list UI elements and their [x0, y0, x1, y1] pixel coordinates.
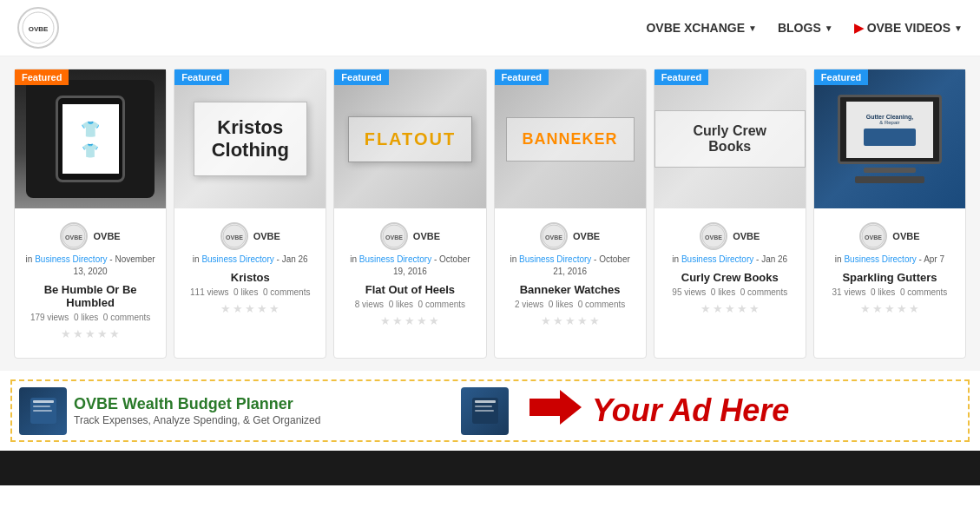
star-5: ★	[909, 302, 919, 315]
card-4-stars: ★ ★ ★ ★ ★	[503, 314, 637, 327]
star-2: ★	[392, 314, 403, 327]
card-1-meta: in Business Directory - November 13, 202…	[23, 254, 157, 278]
card-6-meta: in Business Directory - Apr 7	[823, 254, 957, 266]
card-3-visual: FLATOUT	[334, 69, 485, 208]
svg-text:OVBE: OVBE	[385, 234, 403, 241]
card-4-body: OVBE OVBE in Business Directory - Octobe…	[495, 208, 646, 334]
category-link-4[interactable]: Business Directory	[519, 254, 591, 264]
nav-label-ovbe-xchange: OVBE XCHANGE	[646, 21, 745, 35]
featured-badge-4: Featured	[495, 69, 549, 85]
nav-label-ovbe-videos: OVBE VIDEOS	[867, 21, 950, 35]
card-2-visual: KristosClothing	[174, 69, 326, 208]
svg-rect-21	[475, 410, 494, 412]
ad-title: OVBE Wealth Budget Planner	[74, 395, 320, 414]
card-3-meta: in Business Directory - October 19, 2016	[343, 254, 477, 278]
card-2-stats: 111 views 0 likes 0 comments	[183, 287, 317, 297]
star-1: ★	[541, 314, 551, 327]
card-1-title[interactable]: Be Humble Or Be Humbled	[23, 283, 157, 309]
author-4: OVBE	[573, 231, 600, 241]
svg-rect-17	[33, 410, 52, 412]
category-link-3[interactable]: Business Directory	[359, 254, 431, 264]
card-1-stars: ★ ★ ★ ★ ★	[23, 327, 157, 340]
banneker-text: BANNEKER	[523, 130, 618, 148]
card-1: Featured 👕 👕 OVBE OVBE	[14, 69, 167, 359]
author-6: OVBE	[892, 231, 919, 241]
card-2-image[interactable]: Featured KristosClothing	[174, 69, 326, 208]
card-4-title[interactable]: Banneker Watches	[503, 283, 637, 296]
logo[interactable]: OVBE	[17, 7, 59, 49]
star-2: ★	[553, 314, 563, 327]
ad-cta-text: Your Ad Here	[592, 392, 789, 429]
category-link-5[interactable]: Business Directory	[681, 254, 753, 264]
author-2: OVBE	[253, 231, 280, 241]
card-6-image[interactable]: Featured Gutter Cleaning, & Repair	[814, 69, 965, 208]
svg-marker-22	[529, 390, 582, 425]
author-3: OVBE	[413, 231, 440, 241]
star-4: ★	[737, 302, 747, 315]
nav-item-ovbe-xchange[interactable]: OVBE XCHANGE ▼	[646, 21, 756, 35]
card-2-body: OVBE OVBE in Business Directory - Jan 26…	[174, 208, 326, 322]
nav: OVBE XCHANGE ▼ BLOGS ▼ ▶ OVBE VIDEOS ▼	[646, 21, 963, 35]
svg-text:OVBE: OVBE	[29, 25, 49, 33]
chevron-down-icon: ▼	[825, 23, 833, 33]
category-link-6[interactable]: Business Directory	[844, 254, 916, 264]
card-2: Featured KristosClothing OVBE OVBE in Bu…	[174, 69, 326, 359]
svg-text:OVBE: OVBE	[865, 234, 882, 241]
card-6-stats: 31 views 0 likes 0 comments	[823, 287, 957, 297]
card-1-author-row: OVBE OVBE	[23, 222, 157, 250]
card-3-author-row: OVBE OVBE	[343, 222, 477, 250]
avatar-2: OVBE	[220, 222, 248, 250]
category-link-1[interactable]: Business Directory	[35, 254, 107, 264]
author-5: OVBE	[733, 231, 760, 241]
card-3-title[interactable]: Flat Out of Heels	[343, 283, 477, 296]
ad-left-section: OVBE Wealth Budget Planner Track Expense…	[12, 381, 516, 440]
nav-item-blogs[interactable]: BLOGS ▼	[778, 21, 833, 35]
arrow-icon	[529, 386, 582, 436]
category-link-2[interactable]: Business Directory	[201, 254, 273, 264]
card-3-image[interactable]: Featured FLATOUT	[334, 69, 485, 208]
curlycrew-box: Curly Crew Books	[654, 110, 806, 168]
star-4: ★	[897, 302, 907, 315]
card-5-image[interactable]: Featured Curly Crew Books	[654, 69, 806, 208]
star-5: ★	[109, 327, 120, 340]
nav-item-ovbe-videos[interactable]: ▶ OVBE VIDEOS ▼	[854, 21, 963, 35]
ad-banner[interactable]: OVBE Wealth Budget Planner Track Expense…	[10, 379, 970, 442]
card-4-meta: in Business Directory - October 21, 2016	[503, 254, 637, 278]
star-1: ★	[220, 302, 231, 315]
card-5-visual: Curly Crew Books	[654, 69, 806, 208]
svg-text:OVBE: OVBE	[226, 234, 243, 241]
star-5: ★	[589, 314, 600, 327]
card-1-stats: 179 views 0 likes 0 comments	[23, 313, 157, 322]
featured-badge-5: Featured	[654, 69, 708, 85]
video-icon: ▶	[854, 21, 864, 35]
card-4-author-row: OVBE OVBE	[503, 222, 637, 250]
card-1-body: OVBE OVBE in Business Directory - Novemb…	[15, 208, 166, 347]
card-5-title[interactable]: Curly Crew Books	[663, 271, 797, 284]
card-2-title[interactable]: Kristos	[183, 271, 317, 284]
star-2: ★	[233, 302, 243, 315]
star-3: ★	[404, 314, 415, 327]
header: OVBE OVBE XCHANGE ▼ BLOGS ▼ ▶ OVBE VIDEO…	[0, 0, 980, 56]
star-2: ★	[713, 302, 723, 315]
card-6-author-row: OVBE OVBE	[823, 222, 957, 250]
card-4-visual: BANNEKER	[495, 69, 646, 208]
ad-book-icon-left	[19, 387, 67, 435]
avatar-1: OVBE	[60, 222, 88, 250]
svg-rect-15	[33, 400, 54, 403]
featured-badge-1: Featured	[15, 69, 69, 85]
card-5-stats: 95 views 0 likes 0 comments	[663, 287, 797, 297]
star-1: ★	[700, 302, 711, 315]
card-2-meta: in Business Directory - Jan 26	[183, 254, 317, 266]
banneker-box: BANNEKER	[506, 117, 635, 162]
star-5: ★	[269, 302, 280, 315]
logo-area: OVBE	[17, 7, 59, 49]
star-4: ★	[577, 314, 588, 327]
card-3-body: OVBE OVBE in Business Directory - Octobe…	[334, 208, 485, 334]
card-6-title[interactable]: Sparkling Gutters	[823, 271, 957, 284]
svg-text:OVBE: OVBE	[545, 234, 562, 241]
flatout-box: FLATOUT	[348, 116, 472, 162]
star-4: ★	[257, 302, 267, 315]
card-5-meta: in Business Directory - Jan 26	[663, 254, 797, 266]
card-4-image[interactable]: Featured BANNEKER	[495, 69, 646, 208]
card-1-image[interactable]: Featured 👕 👕	[15, 69, 166, 208]
